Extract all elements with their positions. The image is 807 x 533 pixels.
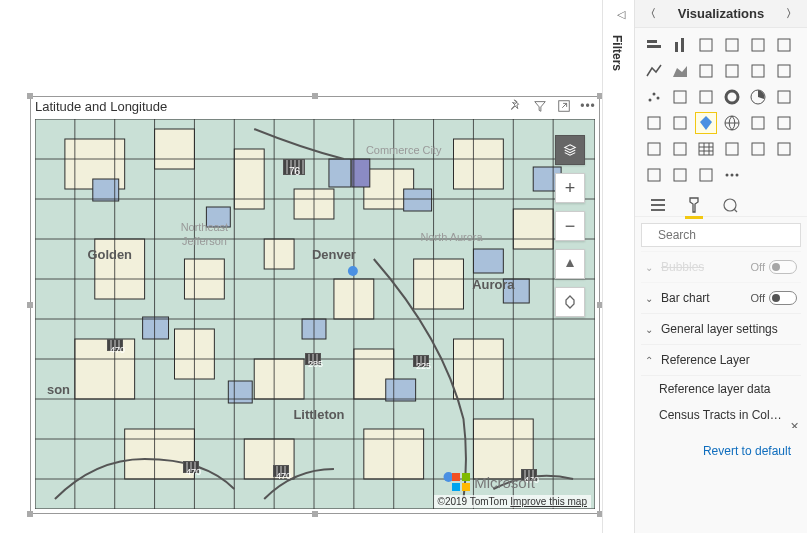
visual-type-area[interactable] bbox=[669, 60, 691, 82]
visual-type-filled-map[interactable] bbox=[643, 138, 665, 160]
svg-rect-15 bbox=[75, 339, 135, 399]
zoom-out-button[interactable]: − bbox=[555, 211, 585, 241]
visual-type-treemap[interactable] bbox=[695, 86, 717, 108]
svg-rect-43 bbox=[726, 39, 738, 51]
report-canvas[interactable]: Latitude and Longitude ••• bbox=[0, 0, 602, 533]
visual-type-waterfall[interactable] bbox=[773, 60, 795, 82]
reference-layer-data-label: Reference layer data bbox=[641, 376, 801, 402]
visual-type-clustered-column[interactable] bbox=[721, 34, 743, 56]
visual-type-line-column[interactable] bbox=[721, 60, 743, 82]
visual-type-stacked-column[interactable] bbox=[669, 34, 691, 56]
format-search[interactable] bbox=[641, 223, 801, 247]
chevron-down-icon[interactable]: ⌄ bbox=[645, 324, 655, 335]
pitch-button[interactable] bbox=[555, 249, 585, 279]
visual-type-donut[interactable] bbox=[721, 86, 743, 108]
svg-rect-19 bbox=[454, 339, 504, 399]
visual-type-matrix[interactable] bbox=[721, 138, 743, 160]
visual-type-ribbon[interactable] bbox=[747, 60, 769, 82]
highway-shield: 470 bbox=[107, 339, 123, 351]
visual-type-stacked-area[interactable] bbox=[695, 60, 717, 82]
filters-pane-collapsed[interactable]: ◁ Filters bbox=[610, 4, 632, 524]
visual-type-stacked-bar[interactable] bbox=[643, 34, 665, 56]
visual-type-gauge[interactable] bbox=[773, 86, 795, 108]
visual-type-qna[interactable] bbox=[643, 164, 665, 186]
visual-type-azure-map[interactable] bbox=[695, 112, 717, 134]
zoom-in-button[interactable]: + bbox=[555, 173, 585, 203]
collapse-pane-icon[interactable]: 〈 bbox=[645, 6, 656, 21]
visual-type-table[interactable] bbox=[695, 138, 717, 160]
pane-title: Visualizations bbox=[678, 6, 764, 21]
svg-rect-8 bbox=[454, 139, 504, 189]
search-input[interactable] bbox=[658, 228, 807, 242]
svg-rect-61 bbox=[752, 117, 764, 129]
format-tabs bbox=[635, 192, 807, 217]
improve-map-link[interactable]: Improve this map bbox=[510, 496, 587, 507]
visual-type-line[interactable] bbox=[643, 60, 665, 82]
remove-layer-icon[interactable]: ✕ bbox=[790, 420, 799, 428]
resize-handle[interactable] bbox=[312, 93, 318, 99]
svg-rect-32 bbox=[386, 379, 416, 401]
visual-type-multi-card[interactable] bbox=[669, 112, 691, 134]
visual-type-key-influencers[interactable] bbox=[669, 164, 691, 186]
visual-type-funnel[interactable] bbox=[669, 86, 691, 108]
expand-pane-icon[interactable]: 〉 bbox=[786, 6, 797, 21]
bar-chart-toggle[interactable] bbox=[769, 291, 797, 305]
svg-point-51 bbox=[653, 93, 656, 96]
visual-type-clustered-bar[interactable] bbox=[695, 34, 717, 56]
chevron-down-icon[interactable]: ⌄ bbox=[645, 262, 655, 273]
map-label-littleton: Littleton bbox=[293, 407, 344, 422]
visual-type-shape-map[interactable] bbox=[669, 138, 691, 160]
fields-tab[interactable] bbox=[649, 196, 667, 214]
revert-to-default-link[interactable]: Revert to default bbox=[641, 428, 801, 464]
svg-rect-42 bbox=[700, 39, 712, 51]
svg-rect-54 bbox=[700, 91, 712, 103]
svg-rect-38 bbox=[647, 40, 657, 43]
analytics-tab[interactable] bbox=[721, 196, 739, 214]
visual-type-card[interactable] bbox=[643, 112, 665, 134]
bubbles-toggle[interactable] bbox=[769, 260, 797, 274]
pin-icon[interactable] bbox=[509, 99, 523, 113]
visual-type-pie[interactable] bbox=[747, 86, 769, 108]
visual-type-stacked-column-100[interactable] bbox=[773, 34, 795, 56]
svg-rect-5 bbox=[234, 149, 264, 209]
visual-type-r-visual[interactable] bbox=[747, 138, 769, 160]
more-options-icon[interactable]: ••• bbox=[581, 99, 595, 113]
chevron-down-icon[interactable]: ⌄ bbox=[645, 293, 655, 304]
expand-filters-icon[interactable]: ◁ bbox=[610, 4, 632, 21]
visual-type-slicer[interactable] bbox=[773, 112, 795, 134]
svg-rect-70 bbox=[674, 169, 686, 181]
svg-rect-75 bbox=[651, 199, 665, 201]
svg-rect-47 bbox=[726, 65, 738, 77]
resize-handle[interactable] bbox=[27, 93, 33, 99]
svg-rect-24 bbox=[329, 159, 351, 187]
resize-handle[interactable] bbox=[27, 511, 33, 517]
map-layers-button[interactable] bbox=[555, 135, 585, 165]
visual-type-python-visual[interactable] bbox=[773, 138, 795, 160]
visual-type-decomposition[interactable] bbox=[695, 164, 717, 186]
svg-rect-76 bbox=[651, 204, 665, 206]
chevron-up-icon[interactable]: ⌃ bbox=[645, 355, 655, 366]
svg-rect-64 bbox=[674, 143, 686, 155]
svg-rect-12 bbox=[264, 239, 294, 269]
map-visual-frame[interactable]: Latitude and Longitude ••• bbox=[30, 96, 600, 514]
resize-handle[interactable] bbox=[312, 511, 318, 517]
filter-icon[interactable] bbox=[533, 99, 547, 113]
visualizations-header[interactable]: 〈 Visualizations 〉 bbox=[635, 0, 807, 28]
format-tab[interactable] bbox=[685, 196, 703, 214]
resize-handle[interactable] bbox=[27, 302, 33, 308]
svg-rect-39 bbox=[647, 45, 661, 48]
visual-type-scatter[interactable] bbox=[643, 86, 665, 108]
visual-type-stacked-bar-100[interactable] bbox=[747, 34, 769, 56]
map-canvas[interactable]: Denver Golden Aurora Littleton Commerce … bbox=[35, 119, 595, 509]
visual-type-more[interactable] bbox=[721, 164, 743, 186]
style-button[interactable] bbox=[555, 287, 585, 317]
map-label-commerce-city: Commerce City bbox=[366, 144, 442, 156]
visual-type-arcgis-map[interactable] bbox=[721, 112, 743, 134]
reference-layer-file[interactable]: Census Tracts in Colorado... ✕ bbox=[641, 402, 801, 428]
visual-type-kpi[interactable] bbox=[747, 112, 769, 134]
bar-chart-state: Off bbox=[751, 292, 765, 304]
focus-mode-icon[interactable] bbox=[557, 99, 571, 113]
map-label-son: son bbox=[47, 382, 70, 397]
svg-rect-34 bbox=[228, 381, 252, 403]
svg-rect-46 bbox=[700, 65, 712, 77]
